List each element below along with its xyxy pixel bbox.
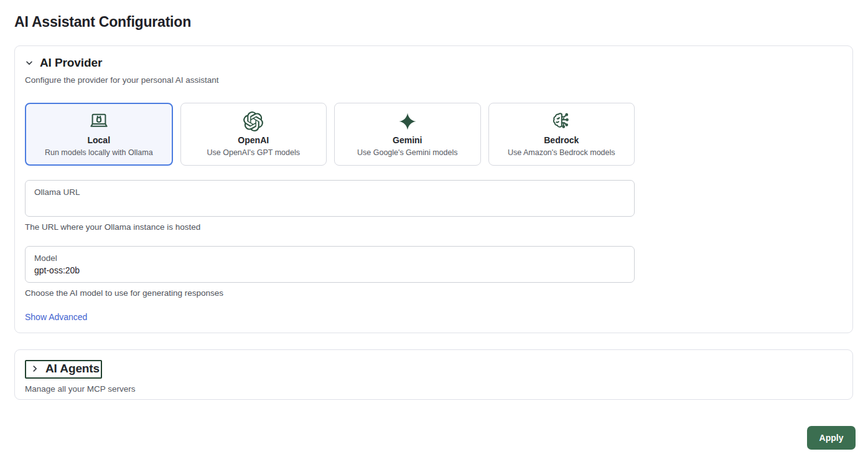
provider-name: OpenAI [238,135,269,146]
page-title: AI Assistant Configuration [14,14,191,31]
ai-agents-section-subtitle: Manage all your MCP servers [25,384,842,394]
show-advanced-link[interactable]: Show Advanced [25,312,87,322]
provider-description: Use Google's Gemini models [357,148,457,157]
provider-name: Bedrock [544,135,579,146]
chevron-down-icon [25,59,34,67]
ai-provider-section-subtitle: Configure the provider for your personal… [25,75,842,85]
laptop-llama-icon [89,111,109,131]
apply-button[interactable]: Apply [807,426,856,450]
provider-description: Use OpenAI's GPT models [207,148,300,157]
chevron-right-icon [30,364,39,373]
model-helper: Choose the AI model to use for generatin… [25,288,635,298]
provider-name: Gemini [393,135,422,146]
provider-card-row: Local Run models locally with Ollama Ope… [25,103,635,166]
model-value: gpt-oss:20b [34,265,625,277]
ollama-url-label: Ollama URL [34,187,625,198]
provider-name: Local [87,135,110,146]
provider-card-local[interactable]: Local Run models locally with Ollama [25,103,173,166]
ai-agents-section-header[interactable]: AI Agents [25,360,102,379]
ai-agents-section-title: AI Agents [45,362,100,376]
provider-description: Use Amazon's Bedrock models [508,148,615,157]
ollama-url-helper: The URL where your Ollama instance is ho… [25,222,635,232]
model-label: Model [34,253,625,264]
provider-card-gemini[interactable]: Gemini Use Google's Gemini models [334,103,481,166]
ai-provider-section: AI Provider Configure the provider for y… [14,45,853,333]
ollama-url-input[interactable]: Ollama URL [25,180,635,217]
provider-description: Run models locally with Ollama [45,148,153,157]
ai-agents-section: AI Agents Manage all your MCP servers [14,349,853,400]
provider-card-bedrock[interactable]: Bedrock Use Amazon's Bedrock models [488,103,635,166]
ai-provider-section-title: AI Provider [40,56,102,70]
gemini-star-icon [398,111,418,131]
model-input[interactable]: Model gpt-oss:20b [25,246,635,283]
openai-icon [243,111,263,131]
brain-circuit-icon [551,111,571,131]
provider-card-openai[interactable]: OpenAI Use OpenAI's GPT models [180,103,327,166]
ai-provider-section-header[interactable]: AI Provider [25,56,842,70]
